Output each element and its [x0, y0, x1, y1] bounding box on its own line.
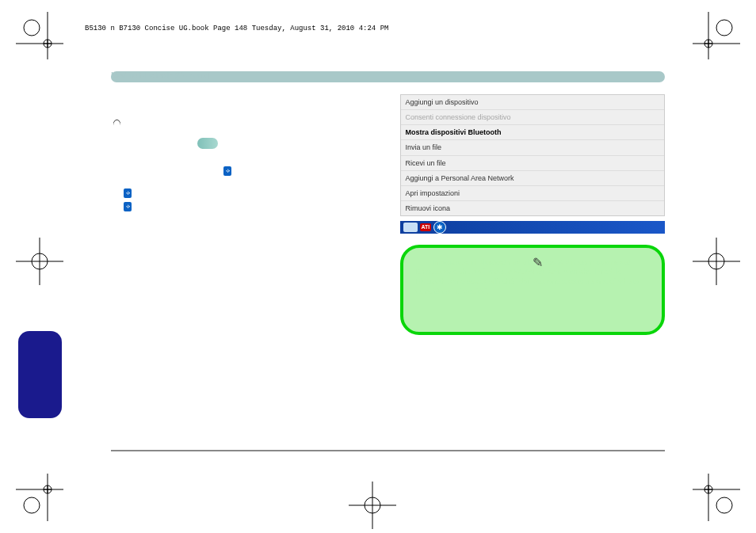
ati-icon: ATI	[420, 223, 432, 230]
menu-send-file[interactable]: Invia un file	[401, 140, 665, 155]
framemaker-header: B5130 n B7130 Concise UG.book Page 148 T…	[85, 25, 388, 32]
crop-mark-right	[693, 238, 740, 285]
crop-mark-bl	[16, 474, 63, 521]
right-column: Aggiungi un dispositivo Consenti conness…	[400, 94, 666, 335]
steps-list: Premere la combinazione di tasti Fn + F1…	[111, 156, 376, 230]
bluetooth-icon: ⟡	[124, 202, 132, 211]
bluetooth-tray-icon[interactable]: ✱	[433, 221, 446, 234]
menu-allow-connection: Consenti connessione dispositivo	[401, 110, 665, 125]
tray-app-icon	[403, 223, 418, 232]
svg-point-6	[716, 20, 732, 36]
figure-caption: Figura 18 - Icona Bluetooth nell'area di…	[111, 238, 376, 247]
svg-point-0	[24, 20, 40, 36]
page-body: Modulo Bluetooth (Opzione) Prima di conf…	[111, 71, 665, 458]
page-title: Modulo Bluetooth (Opzione)	[111, 71, 210, 80]
bluetooth-icon: ⟡	[124, 188, 132, 198]
svg-point-12	[24, 497, 40, 513]
menu-receive-file[interactable]: Ricevi un file	[401, 156, 665, 171]
note-heading: Utilizzare i tasti Fn + F12 oppure il pu…	[111, 118, 376, 149]
pencil-icon: ✎	[533, 254, 543, 272]
wireless-icon	[111, 119, 122, 128]
crop-mark-left	[16, 238, 63, 285]
menu-show-bluetooth-devices[interactable]: Mostra dispositivi Bluetooth	[401, 125, 665, 140]
menu-open-settings[interactable]: Apri impostazioni	[401, 186, 665, 201]
menu-add-to-pan[interactable]: Aggiungi a Personal Area Network	[401, 171, 665, 186]
title-bar: Modulo Bluetooth (Opzione)	[111, 71, 665, 82]
note-body: È necessario che sia il modulo WLAN del …	[416, 267, 650, 295]
intro-text: Prima di configurare le funzioni Bluetoo…	[111, 101, 376, 111]
crop-mark-tr	[693, 12, 740, 59]
bluetooth-context-menu: Aggiungi un dispositivo Consenti conness…	[400, 94, 666, 216]
footer-rule	[111, 450, 665, 451]
crop-mark-tl	[16, 12, 63, 59]
crop-mark-bottom	[349, 482, 396, 529]
note-box: ✎ Impostazioni Bluetooth ad alta velocit…	[400, 245, 666, 335]
left-column: Prima di configurare le funzioni Bluetoo…	[111, 94, 376, 335]
wireless-manager-icon	[197, 138, 218, 149]
menu-remove-icon[interactable]: Rimuovi icona	[401, 201, 665, 215]
taskbar-tray: ATI ✱	[400, 221, 666, 234]
svg-point-18	[716, 497, 732, 513]
step-1: Premere la combinazione di tasti Fn + F1…	[124, 156, 376, 176]
step-3: ⟡ Fare clic/fare clic con il pulsante de…	[124, 201, 376, 230]
crop-mark-br	[693, 474, 740, 521]
step-2: Nell'area di notifica della barra delle …	[124, 179, 376, 199]
footer-text: Guida Rapida per l'Utente	[135, 455, 226, 464]
menu-add-device[interactable]: Aggiungi un dispositivo	[401, 95, 665, 110]
page-number: 148	[111, 455, 124, 464]
bluetooth-icon: ⟡	[223, 166, 231, 176]
side-tab	[18, 331, 62, 418]
